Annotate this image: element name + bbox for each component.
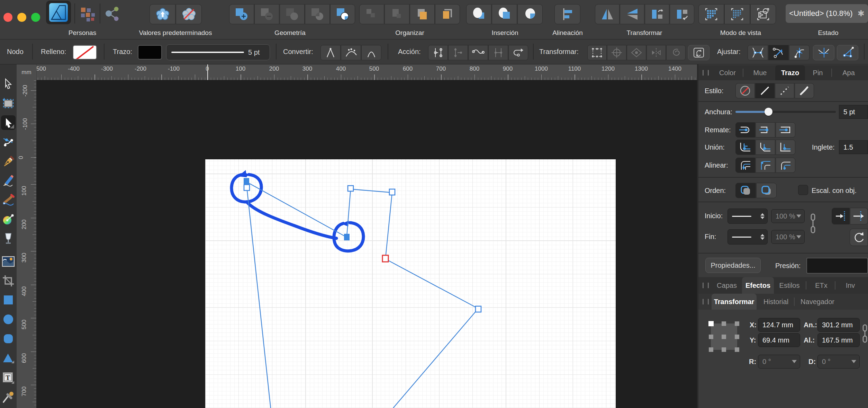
order-front-button[interactable] — [756, 183, 777, 198]
align-inside-button[interactable] — [756, 158, 775, 173]
vertical-ruler[interactable]: -200 -100 0 100 200 300 400 500 600 700 — [17, 80, 37, 408]
view-pixels-button[interactable] — [698, 4, 724, 24]
stroke-style-dash-button[interactable] — [775, 83, 794, 98]
stroke-style-solid-button[interactable] — [755, 83, 775, 98]
designer-persona-button[interactable] — [46, 1, 71, 24]
transform-spiral-button[interactable] — [666, 45, 686, 60]
tab-estilos[interactable]: Estilos — [775, 277, 804, 294]
reset-preset-button[interactable] — [176, 4, 202, 24]
export-persona-button[interactable] — [103, 5, 122, 24]
bring-to-front-button[interactable] — [435, 4, 460, 24]
stepper-arrows-icon[interactable] — [760, 234, 765, 240]
tab-capas[interactable]: Capas — [713, 277, 741, 294]
start-scale-dropdown[interactable]: 100 % — [771, 209, 805, 223]
stroke-width-control[interactable]: 5 pt — [166, 44, 270, 60]
align-center-button[interactable] — [735, 158, 755, 173]
anchor-topleft-selected[interactable] — [708, 321, 714, 326]
transform-mirror-button[interactable] — [647, 45, 666, 60]
anchor-point[interactable] — [722, 335, 726, 339]
join-round-button[interactable] — [735, 140, 755, 155]
swap-pressure-button[interactable] — [850, 229, 868, 246]
order-behind-button[interactable] — [735, 183, 756, 198]
artboard-tool[interactable] — [1, 96, 16, 111]
flip-vertical-button[interactable] — [620, 4, 644, 24]
create-preset-button[interactable] — [150, 4, 175, 24]
align-outside-button[interactable] — [776, 158, 795, 173]
break-curve-button[interactable] — [428, 45, 448, 60]
selected-curve-segments[interactable] — [246, 182, 478, 408]
anchor-point-selector[interactable] — [711, 323, 737, 350]
text-tool[interactable]: T — [1, 371, 16, 385]
ruler-unit-corner[interactable]: mm — [17, 64, 37, 80]
stroke-swatch[interactable] — [138, 45, 162, 60]
pencil-tool[interactable] — [1, 173, 16, 188]
convert-smooth-button[interactable] — [361, 45, 381, 60]
height-field[interactable]: 167.5 mm — [817, 333, 860, 347]
link-start-end-icon[interactable] — [809, 213, 817, 234]
vector-brush-tool[interactable] — [1, 193, 16, 207]
rotation-dropdown[interactable]: 0 ° — [758, 355, 800, 369]
transform-show-button[interactable] — [627, 45, 646, 60]
insert-on-top-button[interactable] — [492, 4, 517, 24]
panel-drag-handle[interactable] — [703, 70, 709, 76]
width-slider-thumb[interactable] — [765, 108, 772, 116]
zoom-window-button[interactable] — [31, 13, 40, 22]
tab-apariencia[interactable]: Apa — [835, 65, 862, 80]
curve-node[interactable] — [348, 186, 353, 191]
vector-crop-tool[interactable] — [1, 274, 16, 288]
insert-behind-button[interactable] — [466, 4, 491, 24]
convert-smart-button[interactable] — [341, 45, 361, 60]
boolean-add-button[interactable] — [229, 4, 254, 24]
tab-muestras[interactable]: Mue — [747, 65, 773, 80]
point-transform-tool[interactable] — [1, 135, 16, 149]
view-outline-button[interactable] — [750, 4, 776, 24]
stroke-style-none-button[interactable] — [735, 83, 755, 98]
panel-drag-handle[interactable] — [703, 283, 709, 288]
cap-square-button[interactable] — [776, 122, 795, 138]
transparency-tool[interactable] — [1, 231, 16, 246]
width-field[interactable]: 301.2 mm — [817, 318, 860, 332]
rectangle-tool[interactable] — [1, 293, 16, 307]
join-curves-button[interactable] — [488, 45, 508, 60]
boolean-subtract-button[interactable] — [254, 4, 279, 24]
snap-handles-button[interactable] — [748, 45, 768, 60]
panel-drag-handle[interactable] — [703, 299, 709, 304]
pen-tool[interactable] — [1, 154, 16, 168]
miter-value-field[interactable]: 1.5 — [839, 140, 868, 154]
curve-node[interactable] — [476, 306, 481, 312]
cap-butt-button[interactable] — [756, 122, 775, 138]
flip-horizontal-button[interactable] — [595, 4, 620, 24]
transform-origin-button[interactable] — [607, 45, 626, 60]
anchor-point[interactable] — [735, 321, 739, 326]
y-field[interactable]: 69.4 mm — [758, 333, 800, 347]
width-slider-track[interactable] — [735, 111, 836, 113]
scale-with-object-checkbox[interactable] — [798, 185, 808, 195]
anchor-point[interactable] — [722, 347, 726, 352]
node-tool[interactable] — [1, 115, 16, 130]
horizontal-ruler[interactable]: -500 -400 -300 -200 -100 0 100 200 300 4… — [17, 64, 697, 80]
pressure-end-button[interactable] — [850, 208, 868, 224]
tab-efectos[interactable]: Efectos — [742, 277, 774, 294]
highlighted-node[interactable] — [382, 255, 388, 262]
place-image-tool[interactable] — [1, 254, 16, 269]
close-curve-button[interactable] — [448, 45, 468, 60]
link-dimensions-icon[interactable] — [862, 322, 868, 345]
snap-construct-button[interactable] — [768, 45, 789, 60]
selected-node[interactable] — [344, 234, 350, 240]
send-to-back-button[interactable] — [385, 4, 409, 24]
back-one-button[interactable] — [359, 4, 384, 24]
tab-inv[interactable]: Inv — [839, 277, 862, 294]
pressure-start-button[interactable] — [832, 208, 850, 224]
alignment-button[interactable] — [554, 4, 580, 24]
start-style-stepper[interactable] — [727, 209, 768, 224]
selected-node[interactable] — [244, 178, 249, 184]
forward-one-button[interactable] — [410, 4, 435, 24]
tab-color[interactable]: Color — [714, 65, 741, 80]
fill-tool[interactable] — [1, 212, 16, 227]
close-window-button[interactable] — [3, 13, 12, 22]
anchor-point[interactable] — [735, 335, 739, 339]
fill-swatch[interactable] — [73, 45, 97, 60]
ellipse-tool[interactable] — [1, 312, 16, 327]
view-retina-button[interactable] — [724, 4, 750, 24]
color-picker-tool[interactable] — [1, 390, 16, 405]
